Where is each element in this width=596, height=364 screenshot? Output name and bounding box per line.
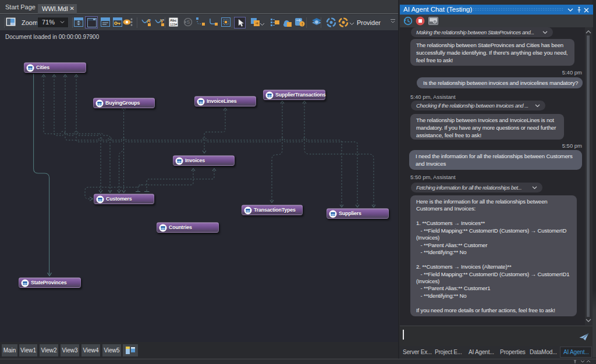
svg-text:A: A xyxy=(147,18,151,24)
svg-text:S: S xyxy=(187,19,190,25)
svg-text:!: ! xyxy=(301,22,303,27)
svg-text:Abc: Abc xyxy=(170,19,177,22)
svg-text:123#: 123# xyxy=(170,23,178,26)
svg-text:V: V xyxy=(160,18,164,24)
